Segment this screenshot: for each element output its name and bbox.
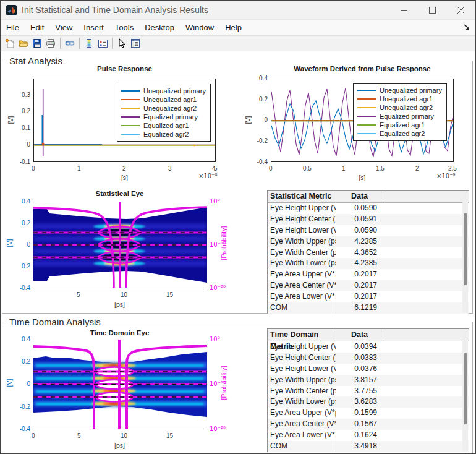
stat-eye-ytick: 0.2 [14, 220, 30, 226]
legend-item: Equalized agr2 [357, 129, 443, 138]
table-row[interactable]: Eye Area Lower (V*...0.2017 [268, 291, 469, 302]
pulse-xlabel: [s] [33, 174, 216, 181]
edit-plot-icon[interactable] [115, 36, 129, 50]
menu-window[interactable]: Window [180, 20, 219, 36]
waveform-ytick: 0.4 [252, 75, 268, 82]
table-header: Statistical Metric Data [268, 191, 469, 203]
menu-help[interactable]: Help [219, 20, 247, 36]
pulse-ytick: 0.3 [15, 92, 30, 98]
menu-edit[interactable]: Edit [25, 20, 49, 36]
figure-canvas: Stat Analysis Pulse Response 0.3 0.2 0.1… [1, 51, 475, 453]
pulse-xtick: 3 [168, 165, 172, 172]
scrollbar-thumb[interactable] [464, 353, 467, 424]
open-file-icon[interactable] [17, 36, 30, 50]
waveform-ytick: -0.4 [252, 158, 268, 165]
table-scrollbar[interactable] [462, 330, 468, 451]
table-row[interactable]: Eye Height Lower (V)0.0590 [268, 225, 469, 236]
stat-eye-ylabel-left: [V] [6, 236, 13, 251]
table-row[interactable]: Eye Area Center (V*...0.2017 [268, 280, 469, 291]
legend-item: Equalized agr1 [357, 121, 443, 129]
legend-item: Equalized primary [357, 112, 443, 121]
link-plot-icon[interactable] [63, 36, 77, 50]
waveform-legend[interactable]: Unequalized primary Unequalized agr1 Une… [353, 83, 447, 141]
toolbar-separator [112, 38, 113, 49]
time-eye-xtick: 10 [121, 432, 127, 439]
line-swatch [357, 107, 376, 108]
table-row[interactable]: Eye Width Center (ps)3.7755 [268, 386, 469, 397]
stat-metrics-table[interactable]: Statistical Metric Data Eye Height Upper… [267, 190, 469, 314]
table-row[interactable]: Eye Width Center (ps)4.3652 [268, 247, 469, 259]
table-row[interactable]: Eye Height Center (V)0.0383 [268, 353, 469, 364]
waveform-xlabel: [s] [271, 174, 454, 181]
time-eye-ytick: -0.2 [14, 403, 30, 410]
pulse-response-title: Pulse Response [33, 65, 216, 72]
legend-item: Unequalized agr2 [357, 103, 443, 112]
close-button[interactable] [446, 1, 475, 19]
stat-eye-xtick: 10 [121, 291, 127, 298]
menu-tools[interactable]: Tools [109, 20, 139, 36]
scrollbar-thumb[interactable] [464, 213, 467, 285]
time-eye-plot[interactable] [33, 340, 206, 429]
new-figure-icon[interactable] [3, 36, 17, 50]
table-row[interactable]: Eye Area Lower (V*...0.1624 [268, 430, 469, 441]
stat-eye-xlabel: [ps] [33, 301, 206, 308]
time-eye-ytick: 0 [14, 380, 30, 387]
waveform-ytick: 0.2 [252, 96, 268, 103]
table-row[interactable]: Eye Height Center (V)0.0591 [268, 214, 469, 225]
print-figure-icon[interactable] [44, 36, 57, 50]
table-row[interactable]: Eye Width Upper (ps)4.2385 [268, 236, 469, 247]
waveform-xtick: 0 [269, 165, 273, 172]
table-row[interactable]: Eye Height Upper (V)0.0394 [268, 341, 469, 353]
table-scrollbar[interactable] [462, 191, 468, 312]
table-row[interactable]: Eye Height Upper (V)0.0590 [268, 203, 469, 214]
table-row[interactable]: COM3.4918 [268, 441, 469, 452]
table-row[interactable]: Eye Area Upper (V*ps)0.1599 [268, 408, 469, 419]
pulse-x-exponent: ×10⁻⁸ [198, 173, 217, 179]
table-row[interactable]: Eye Width Lower (ps)3.6283 [268, 396, 469, 408]
property-inspector-icon[interactable] [129, 36, 142, 50]
line-swatch [357, 133, 376, 134]
line-swatch [121, 90, 140, 92]
waveform-xtick: 0.5 [303, 165, 312, 172]
waveform-title: Waveform Derived from Pulse Response [271, 65, 454, 72]
stat-eye-xtick: 15 [166, 291, 173, 298]
dock-figure-icon[interactable] [463, 24, 470, 31]
insert-colorbar-icon[interactable] [82, 36, 96, 50]
legend-item: Unequalized agr1 [121, 95, 206, 104]
legend-item: Unequalized agr1 [357, 95, 443, 103]
legend-item: Unequalized primary [121, 87, 206, 95]
time-metrics-table[interactable]: Time Domain Metric Data Eye Height Upper… [267, 328, 469, 452]
toolbar-separator [79, 38, 80, 49]
menu-insert[interactable]: Insert [78, 20, 109, 36]
pulse-ytick: 0 [15, 141, 30, 148]
menu-view[interactable]: View [49, 20, 78, 36]
table-row[interactable]: Eye Area Upper (V*...0.2017 [268, 269, 469, 280]
table-row[interactable]: COM6.1219 [268, 302, 469, 314]
table-row[interactable]: Eye Width Upper (ps)3.8157 [268, 375, 469, 386]
stat-eye-prob-tick: 10⁰ [210, 198, 220, 205]
line-swatch [357, 90, 376, 91]
pulse-ytick: 0.1 [15, 124, 30, 131]
minimize-button[interactable] [389, 1, 418, 19]
table-row[interactable]: Eye Height Lower (V)0.0376 [268, 364, 469, 375]
time-eye-xlabel: [ps] [33, 442, 206, 449]
maximize-button[interactable] [418, 1, 446, 19]
waveform-xtick: 1.5 [376, 165, 385, 172]
time-eye-xtick: 0 [32, 432, 35, 439]
pulse-legend[interactable]: Unequalized primary Unequalized agr1 Une… [117, 84, 211, 142]
waveform-xtick: 2 [415, 165, 419, 172]
table-row[interactable]: Eye Width Lower (ps)4.2385 [268, 258, 469, 269]
stat-eye-ytick: 0.4 [14, 198, 30, 205]
menu-file[interactable]: File [1, 20, 25, 36]
save-figure-icon[interactable] [30, 36, 44, 50]
line-swatch [121, 116, 140, 118]
pulse-ylabel: [V] [7, 113, 14, 127]
time-eye-xtick: 15 [166, 432, 173, 439]
legend-item: Unequalized primary [357, 86, 443, 95]
menu-desktop[interactable]: Desktop [139, 20, 180, 36]
stat-eye-plot[interactable] [33, 202, 206, 288]
title-bar: Init Statistical and Time Domain Analysi… [1, 1, 475, 19]
table-row[interactable]: Eye Area Center (V*...0.1567 [268, 419, 469, 430]
insert-legend-icon[interactable] [96, 36, 109, 50]
time-eye-ylabel-right: [Probability] [220, 361, 227, 405]
